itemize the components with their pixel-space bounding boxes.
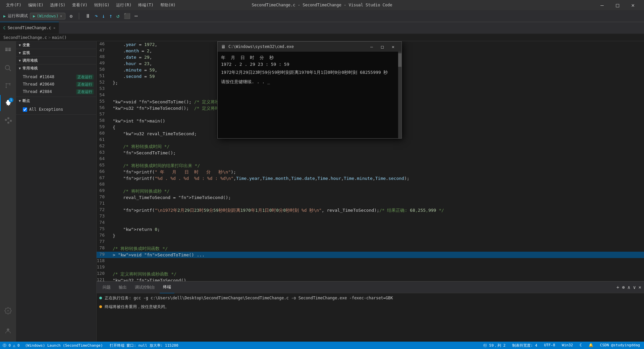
- status-errors[interactable]: ⓪ 0 △ 0: [3, 343, 20, 348]
- activity-explorer[interactable]: [0, 43, 16, 59]
- menu-run[interactable]: 运行(R): [113, 2, 134, 9]
- code-editor[interactable]: 🖥 C:\Windows\system32\cmd.exe — □ ✕ 年 月 …: [97, 41, 644, 281]
- status-launch[interactable]: (Windows) Launch (SecondTimeChange): [24, 343, 104, 348]
- variables-arrow: ▼: [19, 43, 21, 47]
- thread-item-1[interactable]: Thread #20640 正在运行: [16, 81, 96, 88]
- line-content-77: [110, 239, 644, 245]
- cmd-close[interactable]: ✕: [388, 43, 398, 50]
- step-over-button[interactable]: ↷: [93, 12, 99, 20]
- thread-item-0[interactable]: Thread #11648 正在运行: [16, 73, 96, 81]
- breakpoint-all-exceptions[interactable]: All Exceptions: [16, 106, 96, 113]
- breadcrumb-function[interactable]: main(): [52, 35, 66, 40]
- cmd-icon: 🖥: [221, 44, 226, 49]
- panel-tab-terminal[interactable]: 终端: [160, 282, 174, 293]
- code-line-76: 76}: [97, 233, 644, 239]
- menu-file[interactable]: 文件(F): [3, 2, 24, 9]
- code-line-65: 65 /* 将秒转换成时间的结果打印出来 */: [97, 162, 644, 169]
- cmd-minimize[interactable]: —: [367, 43, 377, 50]
- line-content-62: /* 将秒转换成时间 */: [110, 143, 644, 150]
- menu-help[interactable]: 帮助(H): [158, 2, 178, 9]
- stop-button[interactable]: ⬛: [122, 12, 132, 20]
- tab-close-icon[interactable]: ×: [53, 26, 56, 30]
- line-number-52: 52: [97, 80, 110, 86]
- threads-header[interactable]: ▼ 常用堆栈: [16, 64, 96, 72]
- thread-item-2[interactable]: Thread #2884 正在运行: [16, 88, 96, 95]
- code-line-79: 79> "kw">void "fn">SecondToTime() ...: [97, 252, 644, 258]
- variables-header[interactable]: ▼ 变量: [16, 41, 96, 49]
- status-bar: ⓪ 0 △ 0 (Windows) Launch (SecondTimeChan…: [0, 342, 644, 349]
- run-button[interactable]: ▶ (Windows) ▾: [30, 13, 65, 19]
- restart-button[interactable]: ↺: [115, 12, 121, 20]
- activity-search[interactable]: [0, 60, 16, 76]
- panel-tab-problems[interactable]: 问题: [99, 282, 114, 293]
- breakpoints-arrow: ▼: [19, 99, 21, 103]
- status-line-ending[interactable]: Win32: [560, 343, 574, 348]
- panel-add-button[interactable]: +: [616, 285, 619, 290]
- minimize-button[interactable]: —: [594, 0, 610, 10]
- tab-secondtimechange[interactable]: C SecondTimeChange.c ×: [0, 22, 59, 34]
- threads-arrow: ▼: [19, 66, 21, 70]
- all-exceptions-label: All Exceptions: [29, 107, 63, 112]
- line-number-57: 57: [97, 111, 110, 118]
- status-spaces[interactable]: 制表符宽度: 4: [511, 343, 539, 348]
- breakpoints-header[interactable]: ▼ 断点: [16, 97, 96, 104]
- status-notifications[interactable]: 🔔: [587, 343, 595, 348]
- run-section: ▶ 运行和调试 ▶ (Windows) ▾: [3, 13, 65, 19]
- breadcrumb-file[interactable]: SecondTimeChange.c: [3, 35, 47, 40]
- cmd-result: 1972年2月29日23时59分59秒时刻距离1970年1月1日0时0分0秒时刻…: [221, 69, 398, 76]
- step-out-button[interactable]: ↑: [108, 12, 114, 20]
- callstack-header[interactable]: ▼ 调用堆栈: [16, 57, 96, 64]
- menu-goto[interactable]: 转到(G): [92, 2, 112, 9]
- watch-header[interactable]: ▼ 监视: [16, 49, 96, 56]
- cmd-prompt: 请按任意键继续. . . _: [221, 79, 398, 85]
- cmd-window[interactable]: 🖥 C:\Windows\system32\cmd.exe — □ ✕ 年 月 …: [217, 41, 402, 139]
- status-encoding[interactable]: UTF-8: [543, 343, 556, 348]
- line-number-60: 60: [97, 131, 110, 137]
- close-button[interactable]: ✕: [625, 0, 641, 10]
- line-number-48: 48: [97, 54, 110, 60]
- status-line-col[interactable]: 行 59，列 2: [482, 343, 507, 348]
- tab-filename: SecondTimeChange.c: [8, 26, 51, 30]
- cmd-header-row: 年 月 日 时 分 秒: [221, 54, 398, 61]
- info-dot: [99, 305, 102, 308]
- activity-source-control[interactable]: [0, 78, 16, 94]
- panel-close-button[interactable]: ×: [639, 285, 641, 290]
- panel-down-button[interactable]: ∨: [633, 285, 636, 290]
- line-number-75: 75: [97, 226, 110, 233]
- line-content-71: [110, 201, 644, 207]
- maximize-button[interactable]: □: [610, 0, 625, 10]
- status-branch[interactable]: 打开终端 窗口: null 放大率: 115200: [108, 343, 180, 348]
- status-feedback[interactable]: CSDN @studyingddag: [599, 343, 641, 348]
- panel-split-button[interactable]: ⊕: [622, 285, 625, 290]
- menu-edit[interactable]: 编辑(E): [25, 2, 46, 9]
- pause-button[interactable]: ⏸: [84, 12, 92, 20]
- panel-tab-debug[interactable]: 调试控制台: [131, 282, 158, 293]
- settings-button[interactable]: ⚙: [68, 13, 74, 19]
- line-number-53: 53: [97, 86, 110, 92]
- panel-tab-output[interactable]: 输出: [115, 282, 130, 293]
- activity-extensions[interactable]: [0, 112, 16, 129]
- panel-up-button[interactable]: ∧: [628, 285, 630, 290]
- cmd-scrollbar[interactable]: [398, 52, 401, 138]
- menu-terminal[interactable]: 终端(T): [136, 2, 156, 9]
- line-content-76: }: [110, 233, 644, 239]
- more-button[interactable]: ⋯: [133, 12, 139, 20]
- activity-account[interactable]: [0, 323, 16, 339]
- cmd-maximize[interactable]: □: [377, 43, 387, 50]
- step-into-button[interactable]: ↓: [101, 12, 107, 20]
- activity-settings[interactable]: [0, 303, 16, 319]
- breakpoints-label: 断点: [22, 98, 30, 103]
- status-language[interactable]: C: [578, 343, 583, 348]
- thread-status-1: 正在运行: [76, 82, 94, 87]
- line-number-47: 47: [97, 48, 110, 54]
- separator: [79, 13, 79, 19]
- menu-select[interactable]: 选择(S): [47, 2, 68, 9]
- line-number-62: 62: [97, 143, 110, 150]
- all-exceptions-checkbox[interactable]: [23, 107, 27, 112]
- activity-debug[interactable]: 1: [0, 95, 16, 111]
- terminal-line-1: 终端将被任务重用，按任意键关闭。: [99, 303, 641, 310]
- menu-view[interactable]: 查看(V): [69, 2, 90, 9]
- code-line-68: 68: [97, 182, 644, 188]
- bottom-panel: 问题 输出 调试控制台 终端 + ⊕ ∧ ∨ × 正在执行任务:: [97, 281, 644, 342]
- line-number-58: 58: [97, 118, 110, 124]
